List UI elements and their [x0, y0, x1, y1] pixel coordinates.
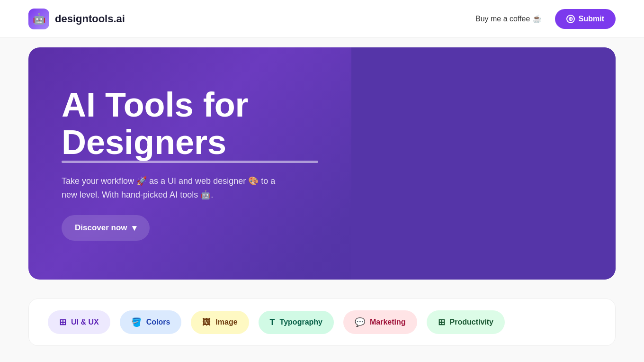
submit-label: Submit	[579, 15, 604, 23]
category-image[interactable]: 🖼 Image	[191, 311, 249, 334]
hero-content: AI Tools for Designers Take your workflo…	[28, 47, 351, 280]
image-icon: 🖼	[202, 317, 211, 327]
categories-card: ⊞ UI & UX 🪣 Colors 🖼 Image T Typography …	[28, 299, 616, 346]
category-ui-ux[interactable]: ⊞ UI & UX	[48, 310, 110, 334]
category-colors[interactable]: 🪣 Colors	[120, 310, 182, 334]
hero-card: AI Tools for Designers Take your workflo…	[28, 47, 616, 280]
productivity-icon: ⊞	[438, 317, 445, 327]
submit-icon: ⊕	[566, 15, 575, 23]
logo-link[interactable]: 🤖 designtools.ai	[28, 9, 125, 29]
category-colors-label: Colors	[146, 318, 170, 326]
category-marketing[interactable]: 💬 Marketing	[343, 310, 417, 334]
hero-title-line1: AI Tools for	[62, 86, 249, 124]
chevron-down-icon: ▾	[132, 223, 136, 233]
discover-now-button[interactable]: Discover now ▾	[62, 215, 150, 241]
navbar: 🤖 designtools.ai Buy me a coffee ☕ ⊕ Sub…	[0, 0, 644, 38]
category-productivity-label: Productivity	[450, 318, 493, 326]
coffee-link[interactable]: Buy me a coffee ☕	[475, 14, 542, 23]
categories-wrapper: ⊞ UI & UX 🪣 Colors 🖼 Image T Typography …	[0, 289, 644, 360]
submit-button[interactable]: ⊕ Submit	[555, 9, 616, 29]
nav-right: Buy me a coffee ☕ ⊕ Submit	[475, 9, 616, 29]
category-typography[interactable]: T Typography	[259, 311, 334, 334]
category-ui-ux-label: UI & UX	[71, 318, 99, 326]
logo-text: designtools.ai	[55, 13, 125, 25]
category-typography-label: Typography	[280, 318, 322, 326]
hero-description: Take your workflow 🚀 as a UI and web des…	[62, 174, 279, 202]
marketing-icon: 💬	[355, 317, 365, 327]
category-productivity[interactable]: ⊞ Productivity	[427, 310, 505, 334]
hero-title-line2: Designers	[62, 124, 318, 161]
logo-icon: 🤖	[28, 9, 49, 29]
colors-icon: 🪣	[131, 317, 142, 327]
category-image-label: Image	[215, 318, 237, 326]
category-marketing-label: Marketing	[370, 318, 406, 326]
ui-ux-icon: ⊞	[59, 317, 66, 327]
discover-now-label: Discover now	[75, 223, 127, 233]
hero-title: AI Tools for Designers	[62, 86, 318, 161]
hero-visual	[351, 47, 616, 280]
typography-icon: T	[270, 317, 275, 327]
hero-wrapper: AI Tools for Designers Take your workflo…	[0, 38, 644, 289]
